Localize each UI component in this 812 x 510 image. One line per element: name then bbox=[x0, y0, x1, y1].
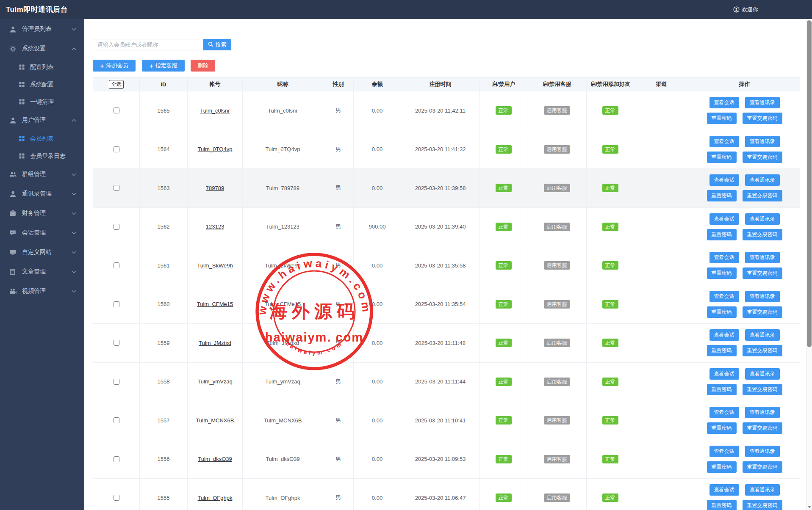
account-link[interactable]: Tulm_JMztxd bbox=[199, 340, 231, 346]
service-status-badge[interactable]: 启用客服 bbox=[544, 493, 570, 502]
view-session-button[interactable]: 查看会话 bbox=[709, 368, 739, 380]
user-status-badge[interactable]: 正常 bbox=[496, 223, 512, 231]
sidebar-item-member-login-log[interactable]: 会员登录日志 bbox=[0, 147, 84, 165]
view-contacts-button[interactable]: 查看通讯录 bbox=[745, 484, 780, 496]
reset-password-button[interactable]: 重置密码 bbox=[707, 422, 737, 434]
reset-password-button[interactable]: 重置密码 bbox=[707, 152, 737, 163]
reset-password-button[interactable]: 重置密码 bbox=[707, 500, 737, 510]
account-link[interactable]: 789789 bbox=[206, 185, 224, 191]
sidebar-item-group-management[interactable]: 群组管理 bbox=[0, 165, 84, 184]
view-contacts-button[interactable]: 查看通讯录 bbox=[745, 329, 780, 341]
sidebar-item-custom-website[interactable]: 自定义网站 bbox=[0, 243, 84, 262]
view-session-button[interactable]: 查看会话 bbox=[709, 174, 739, 186]
friend-status-badge[interactable]: 正常 bbox=[602, 416, 618, 425]
view-session-button[interactable]: 查看会话 bbox=[709, 446, 739, 457]
friend-status-badge[interactable]: 正常 bbox=[602, 261, 618, 270]
reset-password-button[interactable]: 重置密码 bbox=[707, 384, 737, 395]
user-status-badge[interactable]: 正常 bbox=[496, 378, 512, 386]
row-checkbox[interactable] bbox=[114, 224, 119, 230]
reset-trade-password-button[interactable]: 重置交易密码 bbox=[743, 306, 782, 318]
view-contacts-button[interactable]: 查看通讯录 bbox=[745, 446, 780, 457]
view-contacts-button[interactable]: 查看通讯录 bbox=[745, 291, 780, 302]
reset-password-button[interactable]: 重置密码 bbox=[707, 229, 737, 240]
user-status-badge[interactable]: 正常 bbox=[496, 416, 512, 425]
view-session-button[interactable]: 查看会话 bbox=[709, 252, 739, 263]
sidebar-item-user-management[interactable]: 用户管理 bbox=[0, 110, 84, 130]
service-status-badge[interactable]: 启用客服 bbox=[544, 106, 570, 115]
service-status-badge[interactable]: 启用客服 bbox=[544, 339, 570, 347]
scrollbar-down-arrow-icon[interactable] bbox=[808, 506, 811, 508]
search-input[interactable] bbox=[93, 39, 200, 50]
reset-trade-password-button[interactable]: 重置交易密码 bbox=[743, 229, 782, 240]
search-button[interactable]: 搜索 bbox=[203, 39, 231, 50]
reset-trade-password-button[interactable]: 重置交易密码 bbox=[743, 113, 782, 124]
sidebar-item-member-list[interactable]: 会员列表 bbox=[0, 130, 84, 147]
friend-status-badge[interactable]: 正常 bbox=[602, 106, 618, 115]
view-session-button[interactable]: 查看会话 bbox=[709, 291, 739, 302]
delete-button[interactable]: 删除 bbox=[191, 60, 215, 72]
sidebar-item-config-list[interactable]: 配置列表 bbox=[0, 58, 84, 76]
row-checkbox[interactable] bbox=[114, 340, 119, 346]
reset-trade-password-button[interactable]: 重置交易密码 bbox=[743, 461, 782, 473]
reset-trade-password-button[interactable]: 重置交易密码 bbox=[743, 190, 782, 201]
row-checkbox[interactable] bbox=[114, 495, 119, 501]
service-status-badge[interactable]: 启用客服 bbox=[544, 455, 570, 463]
friend-status-badge[interactable]: 正常 bbox=[602, 378, 618, 386]
view-session-button[interactable]: 查看会话 bbox=[709, 484, 739, 496]
account-link[interactable]: Tulm_MCNX6B bbox=[196, 417, 234, 424]
view-contacts-button[interactable]: 查看通讯录 bbox=[745, 213, 780, 225]
account-link[interactable]: 123123 bbox=[206, 223, 224, 230]
service-status-badge[interactable]: 启用客服 bbox=[544, 416, 570, 425]
reset-trade-password-button[interactable]: 重置交易密码 bbox=[743, 500, 782, 510]
service-status-badge[interactable]: 启用客服 bbox=[544, 261, 570, 270]
reset-password-button[interactable]: 重置密码 bbox=[707, 461, 737, 473]
view-contacts-button[interactable]: 查看通讯录 bbox=[745, 136, 780, 147]
friend-status-badge[interactable]: 正常 bbox=[602, 339, 618, 347]
friend-status-badge[interactable]: 正常 bbox=[602, 455, 618, 463]
row-checkbox[interactable] bbox=[114, 108, 119, 113]
reset-trade-password-button[interactable]: 重置交易密码 bbox=[743, 345, 782, 356]
reset-trade-password-button[interactable]: 重置交易密码 bbox=[743, 267, 782, 279]
view-contacts-button[interactable]: 查看通讯录 bbox=[745, 368, 780, 380]
account-link[interactable]: Tulm_dksO39 bbox=[198, 456, 232, 462]
row-checkbox[interactable] bbox=[114, 456, 119, 462]
view-session-button[interactable]: 查看会话 bbox=[709, 329, 739, 341]
sidebar-item-session-management[interactable]: 会话管理 bbox=[0, 223, 84, 243]
reset-trade-password-button[interactable]: 重置交易密码 bbox=[743, 152, 782, 163]
service-status-badge[interactable]: 启用客服 bbox=[544, 378, 570, 386]
view-contacts-button[interactable]: 查看通讯录 bbox=[745, 407, 780, 418]
user-status-badge[interactable]: 正常 bbox=[496, 184, 512, 192]
scrollbar-thumb[interactable] bbox=[807, 20, 812, 347]
user-status-badge[interactable]: 正常 bbox=[496, 493, 512, 502]
friend-status-badge[interactable]: 正常 bbox=[602, 493, 618, 502]
sidebar-item-system-config[interactable]: 系统配置 bbox=[0, 76, 84, 93]
sidebar-item-contacts-management[interactable]: 通讯录管理 bbox=[0, 184, 84, 204]
user-status-badge[interactable]: 正常 bbox=[496, 300, 512, 309]
user-status-badge[interactable]: 正常 bbox=[496, 261, 512, 270]
reset-password-button[interactable]: 重置密码 bbox=[707, 306, 737, 318]
welcome-menu[interactable]: 欢迎你 bbox=[733, 0, 758, 19]
friend-status-badge[interactable]: 正常 bbox=[602, 300, 618, 309]
reset-trade-password-button[interactable]: 重置交易密码 bbox=[743, 384, 782, 395]
account-link[interactable]: Tulm_SkWe9h bbox=[197, 262, 233, 269]
view-session-button[interactable]: 查看会话 bbox=[709, 97, 739, 108]
row-checkbox[interactable] bbox=[114, 262, 119, 268]
sidebar-item-one-key-clean[interactable]: 一键清理 bbox=[0, 93, 84, 110]
account-link[interactable]: Tulm_0TQ4vp bbox=[198, 146, 233, 152]
account-link[interactable]: Tulm_CFMe15 bbox=[197, 301, 233, 307]
friend-status-badge[interactable]: 正常 bbox=[602, 145, 618, 154]
sidebar-item-video-management[interactable]: 视频管理 bbox=[0, 281, 84, 301]
user-status-badge[interactable]: 正常 bbox=[496, 339, 512, 347]
view-contacts-button[interactable]: 查看通讯录 bbox=[745, 174, 780, 186]
service-status-badge[interactable]: 启用客服 bbox=[544, 184, 570, 192]
view-contacts-button[interactable]: 查看通讯录 bbox=[745, 97, 780, 108]
friend-status-badge[interactable]: 正常 bbox=[602, 223, 618, 231]
sidebar-item-admin-list[interactable]: 管理员列表 bbox=[0, 19, 84, 39]
view-session-button[interactable]: 查看会话 bbox=[709, 136, 739, 147]
row-checkbox[interactable] bbox=[114, 379, 119, 385]
view-session-button[interactable]: 查看会话 bbox=[709, 407, 739, 418]
account-link[interactable]: Tulm_ymVzaq bbox=[197, 378, 233, 385]
sidebar-item-finance-management[interactable]: 财务管理 bbox=[0, 204, 84, 223]
row-checkbox[interactable] bbox=[114, 185, 119, 191]
reset-trade-password-button[interactable]: 重置交易密码 bbox=[743, 422, 782, 434]
